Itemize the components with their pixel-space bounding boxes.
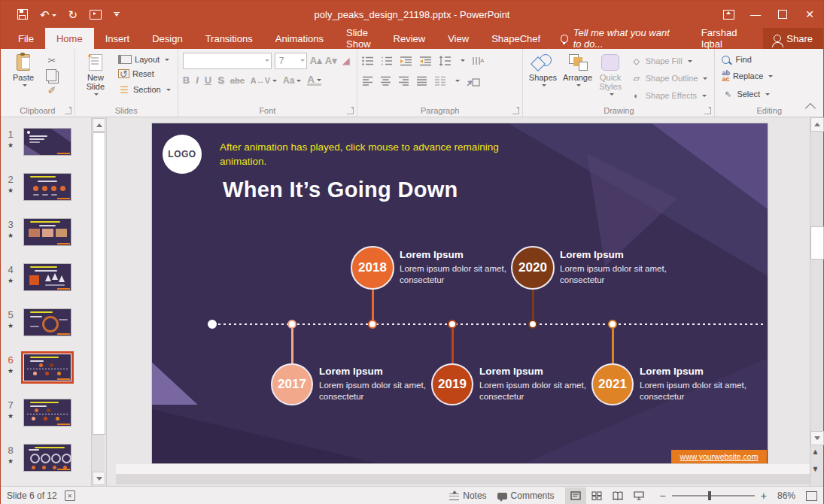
close-button[interactable]: ✕ [796, 1, 823, 28]
align-left-icon[interactable] [362, 76, 373, 86]
tab-transitions[interactable]: Transitions [194, 28, 264, 49]
text-direction-icon[interactable]: A [472, 56, 484, 66]
timeline-item-text-2018[interactable]: Lorem IpsumLorem ipsum dolor sit amet, c… [400, 249, 514, 286]
tab-animations[interactable]: Animations [264, 28, 335, 49]
drawing-dialog-launcher[interactable] [704, 108, 711, 114]
logo-badge[interactable]: LOGO [163, 135, 202, 174]
italic-icon[interactable]: I [196, 74, 199, 86]
timeline-year-circle-2021[interactable]: 2021 [591, 363, 634, 405]
character-spacing-icon[interactable]: A↔V [251, 76, 277, 85]
slide-canvas[interactable]: LOGO After animation has played, click m… [152, 123, 768, 463]
justify-icon[interactable] [416, 76, 427, 86]
change-case-icon[interactable]: Aa [283, 75, 301, 86]
reset-button[interactable]: ↺Reset [116, 68, 173, 79]
zoom-slider[interactable] [672, 495, 755, 496]
paragraph-dialog-launcher[interactable] [512, 108, 519, 114]
shapes-button[interactable]: Shapes [528, 53, 558, 104]
slide-counter[interactable]: Slide 6 of 12 [7, 490, 57, 501]
slide-thumbnail-7[interactable]: 7★ [1, 399, 71, 427]
slide-thumbnail-8[interactable]: 8★ [1, 444, 71, 472]
strikethrough-icon[interactable]: abc [230, 76, 245, 85]
shape-outline-button[interactable]: ▱Shape Outline [628, 71, 710, 85]
line-spacing-icon[interactable] [439, 56, 452, 66]
customize-quick-access-toolbar-icon[interactable] [114, 12, 120, 17]
slide-thumbnail-preview[interactable] [23, 173, 71, 201]
format-painter-icon[interactable]: ✐ [46, 84, 58, 96]
slide-thumbnail-2[interactable]: 2★ [1, 173, 71, 201]
numbering-icon[interactable] [381, 56, 393, 66]
tab-insert[interactable]: Insert [94, 28, 141, 49]
find-button[interactable]: Find [719, 54, 775, 65]
copy-icon[interactable] [46, 69, 56, 81]
shrink-font-icon[interactable]: A▾ [325, 55, 337, 67]
reading-view-button[interactable] [607, 487, 628, 504]
slide-thumbnail-preview[interactable] [23, 444, 71, 472]
tab-home[interactable]: Home [45, 28, 94, 49]
zoom-slider-thumb[interactable] [708, 491, 711, 500]
increase-indent-icon[interactable] [419, 56, 432, 66]
slide-vertical-scrollbar[interactable]: ▲▲ ▼▼ [810, 117, 823, 486]
slide-thumbnail-3[interactable]: 3★ [1, 218, 71, 246]
paste-button[interactable]: Paste [5, 53, 41, 104]
slide-thumbnail-preview[interactable] [23, 308, 71, 336]
timeline-item-text-2021[interactable]: Lorem IpsumLorem ipsum dolor sit amet, c… [640, 366, 754, 402]
timeline-item-text-2019[interactable]: Lorem IpsumLorem ipsum dolor sit amet, c… [479, 366, 594, 402]
tab-view[interactable]: View [436, 28, 480, 49]
bullets-icon[interactable] [362, 56, 374, 66]
slide-title[interactable]: When It’s Going Down [223, 178, 458, 202]
columns-icon[interactable] [434, 76, 446, 86]
scrollbar-thumb[interactable] [810, 226, 824, 260]
shape-effects-button[interactable]: ◐Shape Effects [628, 89, 710, 102]
slide-thumbnail-preview[interactable] [23, 218, 71, 246]
shape-fill-button[interactable]: ◇Shape Fill [628, 54, 710, 68]
cut-icon[interactable]: ✂ [46, 54, 58, 66]
layout-button[interactable]: Layout [116, 54, 173, 65]
font-dialog-launcher[interactable] [347, 108, 354, 114]
fit-slide-to-window-icon[interactable] [806, 491, 817, 501]
next-slide-icon[interactable]: ▼▼ [812, 467, 819, 471]
normal-view-button[interactable] [565, 487, 586, 504]
tab-design[interactable]: Design [141, 28, 193, 49]
thumbnail-scroll-up-icon[interactable] [93, 118, 105, 132]
thumbnail-scroll-down-icon[interactable] [93, 472, 105, 485]
font-size-combo[interactable]: 7 [275, 53, 307, 69]
slide-thumbnail-preview[interactable] [23, 128, 71, 156]
redo-icon[interactable]: ↻ [68, 9, 78, 20]
arrange-button[interactable]: Arrange [563, 53, 593, 104]
scroll-down-icon[interactable] [810, 431, 824, 445]
zoom-out-icon[interactable]: − [660, 490, 666, 502]
tab-slide-show[interactable]: Slide Show [335, 28, 382, 49]
timeline-year-circle-2020[interactable]: 2020 [511, 246, 555, 290]
select-button[interactable]: ⇖Select [719, 87, 775, 101]
slide-thumbnail-1[interactable]: 1★ [1, 128, 71, 156]
account-user-name[interactable]: Farshad Iqbal [689, 28, 764, 49]
grow-font-icon[interactable]: A▴ [310, 55, 322, 67]
bold-icon[interactable]: B [183, 74, 190, 86]
website-banner[interactable]: www.yourwebsite.com [671, 450, 767, 463]
slide-sorter-view-button[interactable] [586, 487, 607, 504]
quick-styles-button[interactable]: Quick Styles [597, 53, 624, 104]
underline-icon[interactable]: U [205, 74, 211, 86]
timeline-year-circle-2018[interactable]: 2018 [351, 246, 394, 290]
replace-button[interactable]: abacReplace [719, 69, 775, 83]
notes-button[interactable]: Notes [449, 490, 486, 501]
previous-slide-icon[interactable]: ▲▲ [812, 450, 819, 454]
slide-thumbnail-preview[interactable] [23, 399, 71, 427]
scroll-up-icon[interactable] [810, 117, 824, 132]
undo-icon[interactable]: ↶ [40, 9, 56, 20]
slide-show-button[interactable] [628, 487, 649, 504]
zoom-percentage[interactable]: 86% [777, 490, 795, 501]
minimize-button[interactable]: — [742, 1, 769, 28]
comments-button[interactable]: Comments [497, 490, 555, 501]
thumbnail-scrollbar[interactable] [91, 117, 105, 486]
maximize-button[interactable] [769, 1, 796, 28]
slide-thumbnail-5[interactable]: 5★ [1, 308, 71, 336]
animation-instruction-text[interactable]: After animation has played, click mouse … [220, 140, 513, 169]
share-button[interactable]: Share [763, 28, 823, 49]
slide-thumbnail-4[interactable]: 4★ [1, 263, 71, 291]
ribbon-display-options-button[interactable] [715, 1, 742, 28]
decrease-indent-icon[interactable] [400, 56, 412, 66]
timeline-year-circle-2019[interactable]: 2019 [431, 363, 473, 405]
timeline-item-text-2017[interactable]: Lorem IpsumLorem ipsum dolor sit amet, c… [319, 366, 433, 402]
tell-me-box[interactable]: Tell me what you want to do... [552, 28, 689, 49]
